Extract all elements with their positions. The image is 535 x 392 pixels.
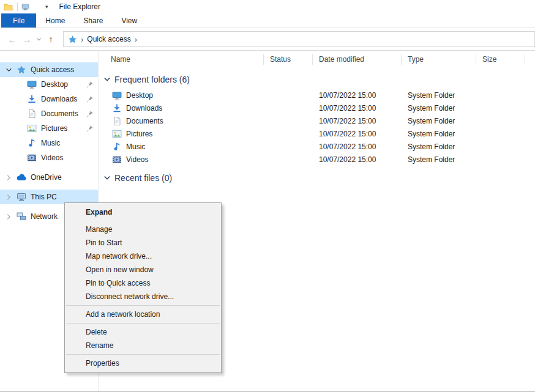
document-icon [27, 109, 37, 119]
qat-separator [17, 2, 18, 11]
column-header-size[interactable]: Size [476, 54, 525, 65]
titlebar: ▾ File Explorer [0, 0, 535, 13]
videos-icon [27, 153, 37, 163]
sidebar-item-pictures[interactable]: Pictures [0, 121, 98, 136]
address-bar[interactable]: › Quick access › [63, 31, 535, 47]
file-name: Music [126, 142, 145, 151]
breadcrumb-chevron-icon[interactable]: › [131, 35, 141, 44]
type-cell: System Folder [402, 91, 476, 100]
recent-locations-dropdown-icon[interactable] [34, 37, 43, 42]
back-button[interactable]: ← [5, 34, 20, 45]
file-name: Documents [126, 117, 163, 125]
date-modified-cell: 10/07/2022 15:00 [313, 91, 402, 100]
context-menu-item-properties[interactable]: Properties [65, 357, 221, 370]
chevron-right-icon[interactable] [6, 174, 12, 181]
pin-icon [86, 81, 94, 88]
desktop-icon [112, 91, 122, 100]
name-cell: Desktop [99, 91, 264, 100]
column-header-status[interactable]: Status [264, 54, 313, 65]
downloads-icon [112, 103, 122, 113]
downloads-icon [27, 94, 37, 104]
name-cell: Pictures [99, 129, 264, 139]
forward-button[interactable]: → [20, 34, 34, 45]
breadcrumb-segment-quick-access[interactable]: Quick access [87, 35, 130, 43]
pin-icon [86, 95, 94, 103]
qat-dropdown-icon[interactable]: ▾ [45, 4, 48, 10]
sidebar-item-label: Music [41, 139, 60, 147]
type-cell: System Folder [402, 142, 476, 151]
name-cell: Documents [99, 116, 264, 126]
sidebar-item-onedrive[interactable]: OneDrive [0, 170, 98, 185]
column-header-row: Name Status Date modified Type Size [99, 51, 535, 67]
column-header-name[interactable]: Name [99, 54, 264, 65]
context-menu-item-delete[interactable]: Delete [65, 325, 221, 339]
context-menu-item-add-a-network-location[interactable]: Add a network location [65, 308, 221, 321]
file-row-documents[interactable]: Documents 10/07/2022 15:00 System Folder [99, 114, 535, 127]
file-name: Desktop [126, 91, 153, 100]
context-menu-item-manage[interactable]: Manage [65, 223, 221, 236]
column-header-type[interactable]: Type [402, 54, 476, 65]
window-title: File Explorer [59, 2, 100, 11]
quick-access-star-icon [68, 35, 77, 44]
navigation-toolbar: ← → ↑ › Quick access › [0, 28, 535, 51]
tab-share[interactable]: Share [74, 13, 112, 28]
date-modified-cell: 10/07/2022 15:00 [313, 104, 402, 113]
context-menu-item-pin-to-quick-access[interactable]: Pin to Quick access [65, 276, 221, 290]
file-row-desktop[interactable]: Desktop 10/07/2022 15:00 System Folder [99, 89, 535, 102]
sidebar-item-label: This PC [31, 193, 57, 201]
pictures-icon [112, 129, 122, 139]
menu-separator [66, 305, 220, 306]
file-row-music[interactable]: Music 10/07/2022 15:00 System Folder [99, 140, 535, 153]
file-row-downloads[interactable]: Downloads 10/07/2022 15:00 System Folder [99, 102, 535, 114]
sidebar-item-label: Pictures [41, 124, 67, 133]
quick-access-star-icon [17, 65, 26, 75]
pin-icon [86, 110, 94, 117]
ribbon-tabs: File Home Share View [0, 13, 535, 28]
sidebar-item-downloads[interactable]: Downloads [0, 92, 98, 106]
sidebar-item-videos[interactable]: Videos [0, 150, 98, 165]
sidebar-item-desktop[interactable]: Desktop [0, 77, 98, 92]
context-menu: Expand Manage Pin to Start Map network d… [64, 202, 222, 373]
group-header-label: Recent files (0) [114, 173, 172, 183]
context-menu-item-expand[interactable]: Expand [65, 205, 221, 219]
date-modified-cell: 10/07/2022 15:00 [313, 117, 402, 125]
sidebar-item-label: Desktop [41, 80, 68, 89]
menu-separator [66, 323, 220, 324]
context-menu-item-rename[interactable]: Rename [65, 339, 221, 352]
context-menu-item-pin-to-start[interactable]: Pin to Start [65, 236, 221, 250]
sidebar-item-documents[interactable]: Documents [0, 106, 98, 121]
context-menu-item-disconnect-network-drive[interactable]: Disconnect network drive... [65, 290, 221, 303]
menu-separator [66, 354, 220, 355]
tab-home[interactable]: Home [36, 13, 74, 28]
name-cell: Videos [99, 155, 264, 165]
this-pc-icon [17, 192, 26, 202]
tab-view[interactable]: View [112, 13, 146, 28]
document-icon [112, 116, 122, 126]
tab-file[interactable]: File [1, 13, 36, 28]
file-row-pictures[interactable]: Pictures 10/07/2022 15:00 System Folder [99, 127, 535, 140]
sidebar-item-label: Quick access [31, 65, 74, 74]
sidebar-item-label: Downloads [41, 95, 77, 103]
chevron-right-icon[interactable] [6, 194, 12, 201]
group-header-frequent-folders[interactable]: Frequent folders (6) [103, 75, 535, 84]
column-header-date-modified[interactable]: Date modified [313, 54, 402, 65]
breadcrumb-chevron-icon[interactable]: › [77, 35, 87, 44]
sidebar-item-music[interactable]: Music [0, 136, 98, 150]
sidebar-item-label: OneDrive [31, 173, 62, 182]
network-icon [17, 212, 26, 221]
name-cell: Downloads [99, 103, 264, 113]
videos-icon [112, 155, 122, 165]
context-menu-item-map-network-drive[interactable]: Map network drive... [65, 250, 221, 263]
file-name: Downloads [126, 104, 162, 113]
chevron-right-icon[interactable] [6, 213, 12, 220]
desktop-icon [27, 80, 37, 89]
qat-button-icon[interactable] [21, 3, 29, 11]
context-menu-item-open-in-new-window[interactable]: Open in new window [65, 263, 221, 276]
date-modified-cell: 10/07/2022 15:00 [313, 142, 402, 151]
file-row-videos[interactable]: Videos 10/07/2022 15:00 System Folder [99, 153, 535, 166]
up-button[interactable]: ↑ [43, 34, 58, 44]
sidebar-item-quick-access[interactable]: Quick access [0, 62, 98, 77]
chevron-down-icon [103, 76, 111, 83]
chevron-down-icon[interactable] [6, 67, 12, 73]
group-header-recent-files[interactable]: Recent files (0) [103, 173, 535, 183]
